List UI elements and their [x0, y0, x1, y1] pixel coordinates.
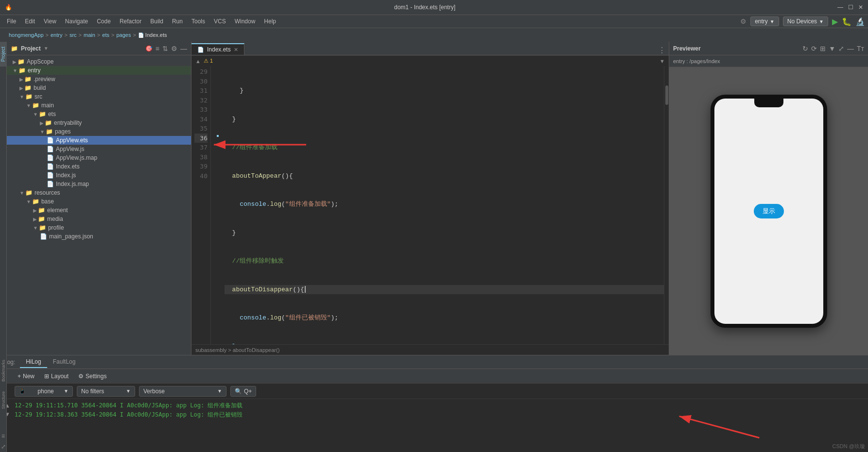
bc-main[interactable]: main: [84, 32, 95, 38]
menu-vcs[interactable]: VCS: [210, 17, 230, 26]
layout-button[interactable]: ⊞ Layout: [41, 372, 71, 381]
menu-window[interactable]: Window: [231, 17, 260, 26]
locate-icon[interactable]: 🎯: [145, 45, 153, 52]
menu-code[interactable]: Code: [93, 17, 115, 26]
gutter-34: [211, 114, 219, 123]
tree-item-appview-ets[interactable]: 📄 AppView.ets: [7, 136, 191, 145]
minimize-previewer-icon[interactable]: —: [847, 45, 854, 52]
expand-icon[interactable]: ≡: [156, 45, 159, 52]
tree-item-pages[interactable]: ▼ 📁 pages: [7, 127, 191, 136]
run-button[interactable]: ▶: [832, 17, 838, 26]
close-button[interactable]: ✕: [858, 4, 863, 11]
tree-item-main-pages-json[interactable]: 📄 main_pages.json: [7, 232, 191, 241]
previewer-tools: ↻ ⟳ ⊞ ▼ ⤢ — Tт: [802, 45, 864, 52]
gutter-29: [211, 66, 219, 76]
tree-item-resources[interactable]: ▼ 📁 resources: [7, 188, 191, 197]
scrollbar-thumb[interactable]: [665, 85, 668, 105]
tree-item-appscope[interactable]: ▶ 📁 AppScope: [7, 57, 191, 66]
settings-button[interactable]: ⚙ Settings: [75, 372, 109, 381]
editor-tab-index-ets[interactable]: 📄 Index.ets ✕: [191, 43, 244, 55]
maximize-button[interactable]: ☐: [848, 4, 853, 11]
editor-menu-icon[interactable]: ⋮: [658, 46, 666, 55]
log-tab-hilog[interactable]: HiLog: [20, 356, 47, 368]
bc-entry[interactable]: entry: [51, 32, 62, 38]
phone-display-button[interactable]: 显示: [754, 204, 784, 218]
chevron-icon: ▼: [26, 103, 31, 108]
gear-icon[interactable]: ⚙: [171, 45, 177, 52]
tree-item-appview-js-map[interactable]: 📄 AppView.js.map: [7, 153, 191, 162]
expand-previewer-icon[interactable]: ⤢: [838, 45, 844, 52]
profile-button[interactable]: 🔬: [855, 17, 865, 26]
log-tools-icon[interactable]: ≡: [0, 431, 7, 441]
grid-chevron-icon[interactable]: ▼: [829, 45, 835, 52]
code-line-34: }: [225, 228, 664, 238]
code-content[interactable]: } } //组件准备加载 aboutToAppear(){ console.lo…: [219, 66, 664, 344]
menu-help[interactable]: Help: [260, 17, 280, 26]
file-ets-icon: 📄: [47, 163, 54, 170]
warning-expand-icon[interactable]: ▼: [660, 58, 665, 64]
tree-item-preview[interactable]: ▶ 📁 .preview: [7, 75, 191, 84]
project-chevron-icon[interactable]: ▼: [44, 46, 49, 51]
menu-run[interactable]: Run: [168, 17, 187, 26]
tree-item-entry[interactable]: ▼ 📁 entry: [7, 66, 191, 75]
tree-item-index-js[interactable]: 📄 Index.js: [7, 171, 191, 180]
log-tab-faultlog[interactable]: FaultLog: [47, 356, 82, 368]
phone-frame: 显示: [711, 95, 827, 328]
settings-icon[interactable]: ⚙: [740, 17, 746, 25]
minimize-panel-icon[interactable]: —: [180, 45, 187, 52]
no-filters-dropdown[interactable]: No filters ▼: [77, 386, 135, 397]
minimize-button[interactable]: —: [837, 4, 843, 11]
line-num-33: 33: [194, 105, 208, 115]
tab-close-button[interactable]: ✕: [234, 47, 238, 53]
tree-item-media[interactable]: ▶ 📁 media: [7, 215, 191, 223]
new-label: New: [23, 373, 35, 380]
menu-file[interactable]: File: [3, 17, 20, 26]
refresh-icon[interactable]: ↻: [802, 45, 808, 52]
tree-item-index-js-map[interactable]: 📄 Index.js.map: [7, 180, 191, 188]
sync-icon[interactable]: ⟳: [811, 45, 817, 52]
sort-icon[interactable]: ⇅: [162, 45, 168, 52]
bc-pages[interactable]: pages: [116, 32, 131, 38]
tree-label: element: [47, 207, 68, 214]
no-devices-dropdown[interactable]: No Devices ▼: [783, 17, 828, 26]
log-expand-icon[interactable]: ⤢: [0, 441, 8, 452]
sidebar-tab-project[interactable]: Project: [0, 42, 7, 67]
tree-item-element[interactable]: ▶ 📁 element: [7, 206, 191, 215]
folder-icon: 📁: [39, 111, 46, 117]
sidebar-tab-structure[interactable]: Structure: [0, 386, 7, 414]
bc-src[interactable]: src: [69, 32, 77, 38]
grid-icon[interactable]: ⊞: [820, 45, 826, 52]
debug-button[interactable]: 🐛: [842, 17, 851, 26]
tree-item-appview-js[interactable]: 📄 AppView.js: [7, 145, 191, 153]
tree-item-index-ets[interactable]: 📄 Index.ets: [7, 162, 191, 171]
previewer-header: Previewer ↻ ⟳ ⊞ ▼ ⤢ — Tт: [669, 42, 868, 55]
new-session-button[interactable]: + New: [15, 372, 37, 381]
menu-build[interactable]: Build: [146, 17, 167, 26]
tree-item-main[interactable]: ▼ 📁 main: [7, 101, 191, 110]
tree-item-entryability[interactable]: ▶ 📁 entryability: [7, 118, 191, 127]
verbose-dropdown[interactable]: Verbose ▼: [139, 386, 226, 397]
tree-item-src[interactable]: ▼ 📁 src: [7, 92, 191, 101]
bc-sep3: >: [79, 32, 82, 38]
folder-icon: 📁: [25, 189, 33, 196]
font-size-icon[interactable]: Tт: [857, 45, 864, 52]
tree-item-profile[interactable]: ▼ 📁 profile: [7, 223, 191, 232]
menu-refactor[interactable]: Refactor: [116, 17, 145, 26]
menu-navigate[interactable]: Navigate: [61, 17, 92, 26]
device-dropdown[interactable]: entry ▼: [750, 17, 779, 26]
log-search[interactable]: 🔍 Q+: [230, 386, 256, 397]
code-scrollbar[interactable]: [664, 66, 669, 344]
tree-item-base[interactable]: ▼ 📁 base: [7, 197, 191, 206]
menu-view[interactable]: View: [40, 17, 60, 26]
menu-tools[interactable]: Tools: [188, 17, 209, 26]
sidebar-tab-bookmarks[interactable]: Bookmarks: [0, 355, 7, 386]
tree-item-ets[interactable]: ▼ 📁 ets: [7, 110, 191, 118]
menu-edit[interactable]: Edit: [21, 17, 39, 26]
editor-tabs: 📄 Index.ets ✕ ⋮: [191, 42, 669, 55]
bc-hongmengapp[interactable]: hongmengApp: [9, 32, 44, 38]
no-devices-label: No Devices: [787, 18, 817, 25]
tree-item-build[interactable]: ▶ 📁 build: [7, 84, 191, 92]
bc-ets[interactable]: ets: [102, 32, 109, 38]
device-filter-dropdown[interactable]: 📱 phone ▼: [15, 386, 73, 397]
code-editor[interactable]: 29 30 31 32 33 34 35 36 37 38 39 40: [191, 66, 669, 344]
